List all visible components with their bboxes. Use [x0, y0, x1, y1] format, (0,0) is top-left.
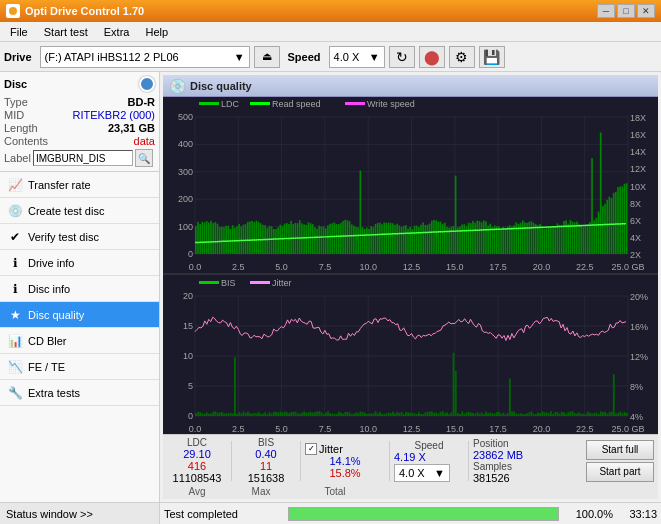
sep1	[231, 441, 232, 481]
bis-total: 151638	[248, 472, 285, 484]
refresh-button[interactable]: ↻	[389, 46, 415, 68]
nav-label-create-test-disc: Create test disc	[28, 205, 104, 217]
speed-label: Speed	[288, 51, 321, 63]
sep4	[468, 441, 469, 481]
sidebar-item-fe-te[interactable]: 📉FE / TE	[0, 354, 159, 380]
disc-contents-value: data	[134, 135, 155, 147]
start-part-button[interactable]: Start part	[586, 462, 654, 482]
jitter-check-row: ✓ Jitter	[305, 443, 385, 455]
stats-labels: Avg Max Total	[167, 486, 654, 497]
start-full-button[interactable]: Start full	[586, 440, 654, 460]
sidebar: Disc Type BD-R MID RITEKBR2 (000) Length…	[0, 72, 160, 524]
ldc-column: LDC 29.10 416 11108543	[167, 437, 227, 484]
menu-file[interactable]: File	[4, 24, 34, 40]
sidebar-item-extra-tests[interactable]: 🔧Extra tests	[0, 380, 159, 406]
content-area: 💿 Disc quality LDC 29.10 416 11108543	[160, 72, 661, 524]
sidebar-item-disc-info[interactable]: ℹDisc info	[0, 276, 159, 302]
nav-label-verify-test-disc: Verify test disc	[28, 231, 99, 243]
ldc-max: 416	[188, 460, 206, 472]
nav-icon-disc-info: ℹ	[8, 282, 22, 296]
nav-icon-transfer-rate: 📈	[8, 178, 22, 192]
time-text: 33:13	[617, 508, 657, 520]
svg-point-0	[9, 7, 17, 15]
progress-text: 100.0%	[563, 508, 613, 520]
samples-label: Samples	[473, 461, 563, 472]
nav-icon-disc-quality: ★	[8, 308, 22, 322]
nav-label-transfer-rate: Transfer rate	[28, 179, 91, 191]
sidebar-item-verify-test-disc[interactable]: ✔Verify test disc	[0, 224, 159, 250]
minimize-button[interactable]: ─	[597, 4, 615, 18]
speed-selector[interactable]: 4.0 X ▼	[329, 46, 385, 68]
disc-length-value: 23,31 GB	[108, 122, 155, 134]
disc-label-input[interactable]	[33, 150, 133, 166]
app-title: Opti Drive Control 1.70	[25, 5, 597, 17]
bis-column: BIS 0.40 11 151638	[236, 437, 296, 484]
speed-combo[interactable]: 4.0 X ▼	[394, 464, 450, 482]
disc-button[interactable]: ⬤	[419, 46, 445, 68]
bottom-status-bar: Test completed 100.0% 33:13	[160, 502, 661, 524]
sidebar-item-cd-bler[interactable]: 📊CD Bler	[0, 328, 159, 354]
nav-label-extra-tests: Extra tests	[28, 387, 80, 399]
sidebar-item-drive-info[interactable]: ℹDrive info	[0, 250, 159, 276]
stats-buttons: Start full Start part	[586, 440, 654, 482]
main-chart	[163, 97, 658, 434]
maximize-button[interactable]: □	[617, 4, 635, 18]
nav-icon-create-test-disc: 💿	[8, 204, 22, 218]
bis-header: BIS	[258, 437, 274, 448]
disc-label-row: Label 🔍	[4, 149, 155, 167]
nav-icon-fe-te: 📉	[8, 360, 22, 374]
jitter-label: Jitter	[319, 443, 343, 455]
toolbar: Drive (F:) ATAPI iHBS112 2 PL06 ▼ ⏏ Spee…	[0, 42, 661, 72]
drive-label: Drive	[4, 51, 32, 63]
settings-button[interactable]: ⚙	[449, 46, 475, 68]
jitter-max: 15.8%	[305, 467, 385, 479]
menu-extra[interactable]: Extra	[98, 24, 136, 40]
nav-label-disc-info: Disc info	[28, 283, 70, 295]
jitter-column: ✓ Jitter 14.1% 15.8%	[305, 443, 385, 479]
bis-max: 11	[260, 460, 272, 472]
jitter-avg: 14.1%	[305, 455, 385, 467]
main-area: Disc Type BD-R MID RITEKBR2 (000) Length…	[0, 72, 661, 524]
nav-items: 📈Transfer rate💿Create test disc✔Verify t…	[0, 172, 159, 502]
drive-selector[interactable]: (F:) ATAPI iHBS112 2 PL06 ▼	[40, 46, 250, 68]
ldc-avg: 29.10	[183, 448, 211, 460]
sidebar-item-create-test-disc[interactable]: 💿Create test disc	[0, 198, 159, 224]
sidebar-item-disc-quality[interactable]: ★Disc quality	[0, 302, 159, 328]
sep3	[389, 441, 390, 481]
sidebar-item-transfer-rate[interactable]: 📈Transfer rate	[0, 172, 159, 198]
disc-quality-header: 💿 Disc quality	[163, 75, 658, 97]
disc-length-row: Length 23,31 GB	[4, 122, 155, 134]
close-button[interactable]: ✕	[637, 4, 655, 18]
menu-bar: File Start test Extra Help	[0, 22, 661, 42]
samples-value: 381526	[473, 472, 563, 484]
chart-container	[163, 97, 658, 434]
nav-icon-drive-info: ℹ	[8, 256, 22, 270]
ldc-total: 11108543	[173, 472, 222, 484]
disc-mid-label: MID	[4, 109, 24, 121]
nav-label-disc-quality: Disc quality	[28, 309, 84, 321]
jitter-checkbox[interactable]: ✓	[305, 443, 317, 455]
nav-label-cd-bler: CD Bler	[28, 335, 67, 347]
save-button[interactable]: 💾	[479, 46, 505, 68]
progress-bar	[288, 507, 559, 521]
disc-type-label: Type	[4, 96, 28, 108]
nav-icon-verify-test-disc: ✔	[8, 230, 22, 244]
disc-type-value: BD-R	[128, 96, 156, 108]
disc-icon	[139, 76, 155, 92]
menu-start-test[interactable]: Start test	[38, 24, 94, 40]
bis-avg: 0.40	[255, 448, 276, 460]
window-controls: ─ □ ✕	[597, 4, 655, 18]
label-search-button[interactable]: 🔍	[135, 149, 153, 167]
disc-mid-row: MID RITEKBR2 (000)	[4, 109, 155, 121]
disc-quality-title: Disc quality	[190, 80, 252, 92]
position-column: Position 23862 MB Samples 381526	[473, 438, 563, 484]
disc-quality-icon: 💿	[169, 78, 186, 94]
menu-help[interactable]: Help	[139, 24, 174, 40]
status-window-button[interactable]: Status window >>	[0, 502, 159, 524]
disc-contents-row: Contents data	[4, 135, 155, 147]
position-label: Position	[473, 438, 563, 449]
nav-icon-extra-tests: 🔧	[8, 386, 22, 400]
eject-button[interactable]: ⏏	[254, 46, 280, 68]
speed-value: 4.19 X	[394, 451, 464, 463]
stats-footer: LDC 29.10 416 11108543 BIS 0.40 11 15163…	[163, 434, 658, 499]
